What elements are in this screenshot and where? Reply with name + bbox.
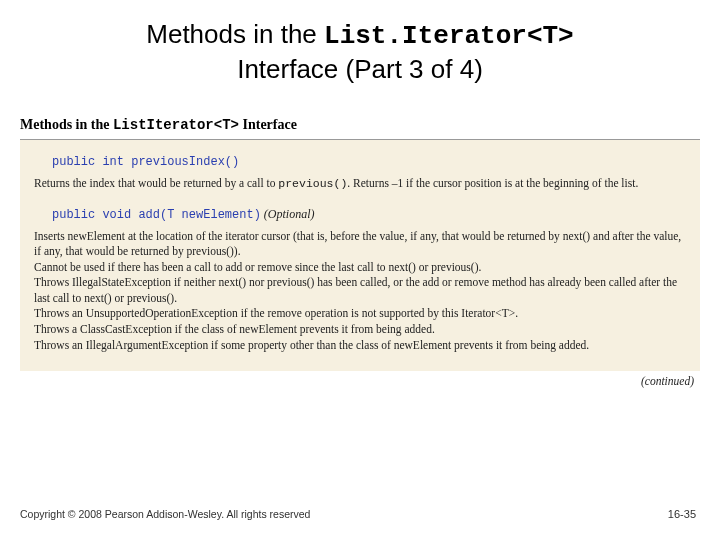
m2-p6: Throws an IllegalArgumentException if so… bbox=[34, 338, 686, 354]
m1-desc-a: Returns the index that would be returned… bbox=[34, 177, 278, 189]
m1-desc-mono: previous() bbox=[278, 177, 347, 190]
title-code: List.Iterator<T> bbox=[324, 21, 574, 51]
panel-header-mono: ListIterator<T> bbox=[113, 117, 239, 133]
m2-sig: public void add(T newElement) bbox=[52, 208, 261, 222]
page-number: 16-35 bbox=[668, 508, 696, 520]
m2-p4: Throws an UnsupportedOperationException … bbox=[34, 306, 686, 322]
panel-header-post: Interface bbox=[239, 117, 297, 132]
m2-p2: Cannot be used if there has been a call … bbox=[34, 260, 686, 276]
method2-signature: public void add(T newElement) (Optional) bbox=[30, 200, 690, 227]
m2-p1: Inserts newElement at the location of th… bbox=[34, 229, 686, 260]
method1-description: Returns the index that would be returned… bbox=[30, 174, 690, 200]
panel-body: public int previousIndex() Returns the i… bbox=[20, 140, 700, 371]
copyright-text: Copyright © 2008 Pearson Addison-Wesley.… bbox=[20, 508, 310, 520]
continued-label: (continued) bbox=[20, 371, 700, 387]
slide: Methods in the List.Iterator<T> Interfac… bbox=[0, 0, 720, 540]
slide-title: Methods in the List.Iterator<T> Interfac… bbox=[0, 0, 720, 85]
title-pre: Methods in the bbox=[146, 19, 324, 49]
methods-panel: Methods in the ListIterator<T> Interface… bbox=[20, 113, 700, 387]
m2-p5: Throws a ClassCastException if the class… bbox=[34, 322, 686, 338]
method2-description: Inserts newElement at the location of th… bbox=[30, 227, 690, 361]
title-line2: Interface (Part 3 of 4) bbox=[237, 54, 483, 84]
method1-signature: public int previousIndex() bbox=[30, 148, 690, 174]
panel-header-pre: Methods in the bbox=[20, 117, 113, 132]
m1-desc-b: . Returns –1 if the cursor position is a… bbox=[347, 177, 638, 189]
m2-p3: Throws IllegalStateException if neither … bbox=[34, 275, 686, 306]
panel-header: Methods in the ListIterator<T> Interface bbox=[20, 113, 700, 140]
m2-optional: (Optional) bbox=[261, 207, 315, 221]
